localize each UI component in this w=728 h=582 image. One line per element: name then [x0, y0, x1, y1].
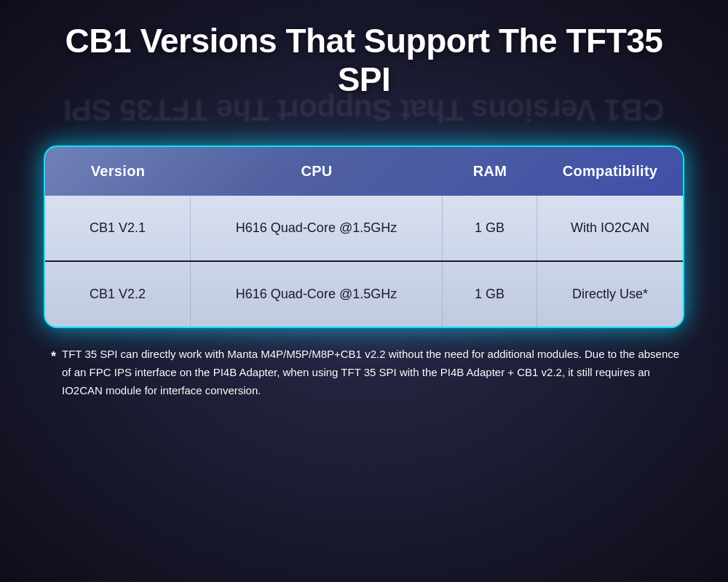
cell-version-2: CB1 V2.2: [45, 262, 191, 327]
main-table-container: Version CPU RAM Compatibility CB1 V2.1 H…: [44, 146, 684, 328]
header-cpu: CPU: [191, 147, 443, 196]
title-area: CB1 Versions That Support The TFT35 SPI …: [36, 22, 692, 125]
footnote-star: *: [51, 346, 56, 399]
footnote-area: * TFT 35 SPI can directly work with Mant…: [44, 346, 684, 399]
header-ram: RAM: [443, 147, 537, 196]
page-wrapper: CB1 Versions That Support The TFT35 SPI …: [0, 0, 728, 582]
table-row: CB1 V2.2 H616 Quad-Core @1.5GHz 1 GB Dir…: [45, 262, 683, 327]
footnote-content: TFT 35 SPI can directly work with Manta …: [62, 346, 684, 399]
cell-cpu-2: H616 Quad-Core @1.5GHz: [191, 262, 443, 327]
table-header: Version CPU RAM Compatibility: [45, 147, 683, 196]
table-row: CB1 V2.1 H616 Quad-Core @1.5GHz 1 GB Wit…: [45, 196, 683, 262]
footnote-text: * TFT 35 SPI can directly work with Mant…: [51, 346, 684, 399]
cell-ram-1: 1 GB: [443, 196, 537, 260]
header-version: Version: [45, 147, 191, 196]
table-body: CB1 V2.1 H616 Quad-Core @1.5GHz 1 GB Wit…: [45, 196, 683, 327]
cell-version-1: CB1 V2.1: [45, 196, 191, 260]
title-reflection: CB1 Versions That Support The TFT35 SPI: [36, 95, 692, 125]
cell-cpu-1: H616 Quad-Core @1.5GHz: [191, 196, 443, 260]
cell-ram-2: 1 GB: [443, 262, 537, 327]
cell-compat-2: Directly Use*: [537, 262, 683, 327]
header-compatibility: Compatibility: [537, 147, 683, 196]
cell-compat-1: With IO2CAN: [537, 196, 683, 260]
page-title: CB1 Versions That Support The TFT35 SPI: [36, 22, 692, 99]
